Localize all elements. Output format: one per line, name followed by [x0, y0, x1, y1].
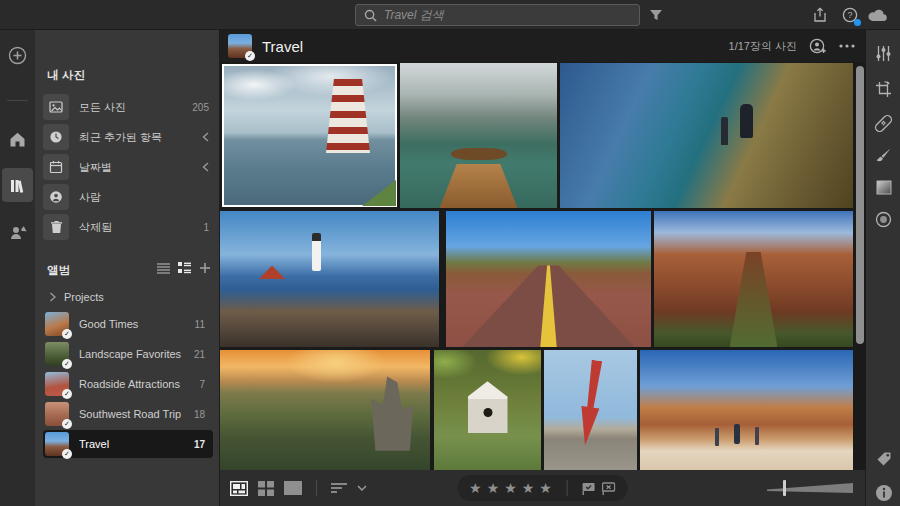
search-box[interactable] [355, 4, 640, 26]
sidebar-item-recently-added[interactable]: 최근 추가된 항목 [43, 123, 213, 151]
synced-badge-icon: ✓ [245, 51, 255, 61]
sidebar: 내 사진 모든 사진 205 최근 추가된 항목 날짜별 [35, 30, 220, 506]
photo-birdhouse[interactable] [434, 350, 541, 470]
photo-bryce-canyon-friends[interactable] [640, 350, 853, 470]
sidebar-item-label: 날짜별 [79, 160, 192, 175]
edit-panel-rail [865, 30, 900, 506]
bottom-toolbar: ★★★★★ [220, 470, 865, 506]
album-row-travel[interactable]: ✓ Travel 17 [43, 430, 213, 458]
chevron-down-icon[interactable] [357, 485, 367, 491]
star-icon[interactable]: ★ [504, 480, 518, 496]
content-header: ✓ Travel 1/17장의 사진 [220, 30, 865, 62]
synced-badge-icon: ✓ [62, 449, 72, 459]
more-options-icon[interactable] [839, 44, 855, 48]
sidebar-item-label: 모든 사진 [79, 100, 182, 115]
top-bar: ? [0, 0, 900, 30]
edit-sliders-icon[interactable] [866, 38, 900, 68]
album-thumbnail: ✓ [45, 402, 69, 426]
item-count: 1 [203, 222, 213, 233]
album-count: 18 [194, 409, 209, 420]
star-rating[interactable]: ★★★★★ [469, 480, 553, 496]
photo-boat-dock-lake[interactable] [400, 63, 557, 208]
album-count: 17 [194, 439, 209, 450]
sidebar-item-deleted[interactable]: 삭제됨 1 [43, 213, 213, 241]
cloud-sync-icon[interactable] [868, 5, 888, 25]
sidebar-item-all-photos[interactable]: 모든 사진 205 [43, 93, 213, 121]
person-icon [43, 184, 69, 210]
sidebar-item-label: 사람 [79, 190, 213, 205]
synced-badge-icon: ✓ [62, 359, 72, 369]
home-icon[interactable] [0, 122, 35, 156]
chevron-right-icon [49, 292, 56, 302]
photo-count-label: 1/17장의 사진 [729, 39, 797, 54]
star-icon[interactable]: ★ [469, 480, 483, 496]
synced-badge-icon: ✓ [62, 389, 72, 399]
star-icon[interactable]: ★ [522, 480, 536, 496]
share-icon[interactable] [810, 5, 830, 25]
scrollbar-track[interactable] [856, 64, 864, 468]
radial-gradient-icon[interactable] [866, 204, 900, 234]
photo-pagoda-lake[interactable] [223, 65, 396, 206]
photo-red-arrow-sign[interactable] [544, 350, 637, 470]
synced-badge-icon: ✓ [62, 329, 72, 339]
healing-brush-icon[interactable] [866, 108, 900, 138]
flag-pick-icon[interactable] [582, 482, 596, 495]
navigation-rail [0, 30, 35, 506]
photo-lighthouse-coast[interactable] [220, 211, 439, 347]
scrollbar-thumb[interactable] [856, 66, 864, 344]
keyword-tag-icon[interactable] [866, 444, 900, 474]
slider-handle[interactable] [783, 480, 786, 496]
svg-text:?: ? [847, 10, 852, 20]
thumbnail-size-slider[interactable] [767, 482, 853, 494]
album-row-southwest-road-trip[interactable]: ✓ Southwest Road Trip 18 [43, 400, 213, 428]
help-icon[interactable]: ? [840, 5, 860, 25]
page-title: Travel [262, 38, 303, 55]
sort-icon[interactable] [331, 482, 347, 494]
album-row-good-times[interactable]: ✓ Good Times 11 [43, 310, 213, 338]
single-view-icon[interactable] [284, 481, 302, 495]
flag-reject-icon[interactable] [602, 482, 616, 495]
mosaic-view-icon[interactable] [230, 481, 248, 496]
photo-zion-canyon[interactable] [654, 211, 853, 347]
add-people-icon[interactable] [809, 38, 827, 54]
search-icon [364, 9, 377, 22]
notification-dot [854, 19, 861, 26]
people-share-icon[interactable] [0, 216, 35, 250]
brush-icon[interactable] [866, 140, 900, 170]
calendar-icon [43, 154, 69, 180]
crop-icon[interactable] [866, 74, 900, 104]
photo-grid [220, 62, 865, 470]
search-input[interactable] [384, 8, 631, 22]
item-count: 205 [192, 102, 213, 113]
chevron-left-icon[interactable] [202, 162, 213, 172]
photo-desert-road[interactable] [446, 211, 651, 347]
projects-folder[interactable]: Projects [49, 291, 104, 303]
star-icon[interactable]: ★ [539, 480, 553, 496]
square-grid-view-icon[interactable] [258, 481, 274, 496]
add-photos-icon[interactable] [0, 38, 35, 72]
linear-gradient-icon[interactable] [866, 172, 900, 202]
album-count: 11 [195, 319, 209, 330]
add-album-icon[interactable] [199, 262, 211, 274]
synced-badge-icon: ✓ [62, 419, 72, 429]
photo-hikers-fjord[interactable] [560, 63, 853, 208]
list-view-icon[interactable] [157, 262, 170, 274]
sidebar-item-people[interactable]: 사람 [43, 183, 213, 211]
album-name: Southwest Road Trip [79, 408, 184, 420]
chevron-left-icon[interactable] [202, 132, 213, 142]
list-thumb-view-icon[interactable] [178, 262, 191, 274]
main-content: ✓ Travel 1/17장의 사진 [220, 30, 865, 506]
trash-icon [43, 214, 69, 240]
library-icon[interactable] [2, 168, 33, 202]
album-name: Good Times [79, 318, 185, 330]
star-icon[interactable]: ★ [487, 480, 501, 496]
info-icon[interactable] [866, 478, 900, 506]
filter-funnel-icon[interactable] [646, 5, 666, 25]
photo-meteora-sunset[interactable] [220, 350, 430, 470]
toolbar-divider [316, 480, 317, 496]
album-row-roadside-attractions[interactable]: ✓ Roadside Attractions 7 [43, 370, 213, 398]
album-row-landscape-favorites[interactable]: ✓ Landscape Favorites 21 [43, 340, 213, 368]
album-count: 7 [199, 379, 209, 390]
projects-label: Projects [64, 291, 104, 303]
sidebar-item-by-date[interactable]: 날짜별 [43, 153, 213, 181]
